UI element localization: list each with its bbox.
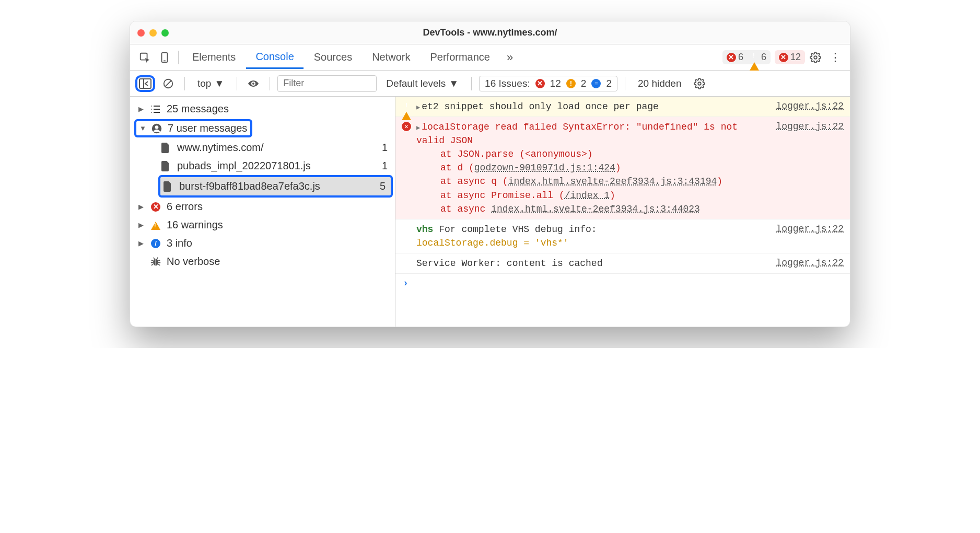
console-body: ▶ 25 messages ▼ 7 user messages xyxy=(130,97,850,327)
message-source-link[interactable]: logger.js:22 xyxy=(776,223,844,234)
issue-error-icon: ✕ xyxy=(535,79,545,88)
kebab-menu-icon[interactable]: ⋮ xyxy=(826,48,845,67)
errors-label: 6 errors xyxy=(167,201,389,213)
issue-message-count: 2 xyxy=(606,78,612,89)
chevron-down-icon: ▼ xyxy=(449,78,459,89)
caret-right-icon: ▶ xyxy=(138,203,145,211)
verbose-label: No verbose xyxy=(167,256,389,268)
sidebar-file-item[interactable]: www.nytimes.com/ 1 xyxy=(158,138,393,157)
file-count: 1 xyxy=(382,160,388,172)
message-tag: vhs xyxy=(416,224,433,235)
header-warning-count: 6 xyxy=(761,52,766,63)
prompt-caret-icon: › xyxy=(403,278,409,288)
more-tabs-icon[interactable]: » xyxy=(500,48,519,67)
console-message-log[interactable]: vhs For complete VHS debug info: localSt… xyxy=(395,219,850,253)
header-extra-badge[interactable]: ✕ 12 xyxy=(775,50,805,64)
stack-suffix: ) xyxy=(615,163,621,173)
message-text: Service Worker: content is cached xyxy=(416,258,602,269)
header-extra-count: 12 xyxy=(790,52,801,63)
error-icon: ✕ xyxy=(779,53,788,62)
tab-console[interactable]: Console xyxy=(246,45,303,69)
divider xyxy=(471,77,472,90)
svg-line-7 xyxy=(166,80,171,86)
list-icon xyxy=(150,105,161,113)
divider xyxy=(270,77,270,90)
main-tabbar: Elements Console Sources Network Perform… xyxy=(130,44,850,71)
context-selector[interactable]: top ▼ xyxy=(192,76,229,91)
sidebar-item-errors[interactable]: ▶ ✕ 6 errors xyxy=(134,198,393,216)
hidden-count[interactable]: 20 hidden xyxy=(633,76,686,91)
error-icon: ✕ xyxy=(727,53,736,62)
settings-icon[interactable] xyxy=(806,48,825,67)
tab-sources[interactable]: Sources xyxy=(305,46,361,68)
log-levels-selector[interactable]: Default levels ▼ xyxy=(381,76,464,91)
sidebar-file-item[interactable]: pubads_impl_2022071801.js 1 xyxy=(158,157,393,175)
toggle-sidebar-button[interactable] xyxy=(135,75,155,92)
message-text: For complete VHS debug info: xyxy=(439,224,597,235)
issues-summary[interactable]: 16 Issues: ✕ 12 ! 2 ≡ 2 xyxy=(479,76,617,91)
sidebar-item-verbose[interactable]: No verbose xyxy=(134,252,393,271)
divider xyxy=(237,77,237,90)
issue-warning-count: 2 xyxy=(581,78,587,89)
warning-icon xyxy=(750,52,759,63)
tab-network[interactable]: Network xyxy=(363,46,419,68)
file-count: 5 xyxy=(380,180,386,192)
console-prompt[interactable]: › xyxy=(395,274,850,293)
info-label: 3 info xyxy=(167,237,389,249)
sidebar-file-item[interactable]: burst-f9baff81bad8ea7efa3c.js 5 xyxy=(158,175,393,198)
stack-prefix: at d ( xyxy=(440,163,474,173)
console-message-error[interactable]: ✕ ▶localStorage read failed SyntaxError:… xyxy=(395,117,850,219)
divider xyxy=(625,77,625,90)
file-icon xyxy=(164,181,174,192)
tab-elements[interactable]: Elements xyxy=(183,46,245,68)
caret-right-icon: ▶ xyxy=(138,105,145,113)
clear-console-icon[interactable] xyxy=(159,75,177,92)
issue-error-count: 12 xyxy=(550,78,561,89)
console-toolbar: top ▼ Default levels ▼ 16 Issues: ✕ 12 !… xyxy=(130,71,850,97)
inspect-element-icon[interactable] xyxy=(135,48,154,67)
stack-link[interactable]: index.html.svelte-2eef3934.js:3:44023 xyxy=(491,204,700,214)
warning-icon xyxy=(402,100,411,112)
sidebar-item-warnings[interactable]: ▶ 16 warnings xyxy=(134,216,393,234)
error-icon: ✕ xyxy=(402,120,411,131)
header-badges: ✕ 6 6 ✕ 12 xyxy=(722,50,805,64)
user-messages-children: www.nytimes.com/ 1 pubads_impl_202207180… xyxy=(134,138,393,198)
console-message-log[interactable]: Service Worker: content is cached logger… xyxy=(395,253,850,274)
sidebar-item-user-messages[interactable]: ▼ 7 user messages xyxy=(134,119,252,137)
message-source-link[interactable]: logger.js:22 xyxy=(776,100,844,111)
sidebar-item-messages[interactable]: ▶ 25 messages xyxy=(134,100,393,118)
error-icon: ✕ xyxy=(150,202,161,212)
spacer-icon xyxy=(402,257,411,258)
console-settings-icon[interactable] xyxy=(691,75,708,92)
message-source-link[interactable]: logger.js:22 xyxy=(776,257,844,268)
stack-link[interactable]: godzown-9010971d.js:1:424 xyxy=(474,163,615,173)
stack-link[interactable]: /index 1 xyxy=(565,190,610,201)
divider xyxy=(178,51,179,64)
message-code: localStorage.debug = 'vhs*' xyxy=(416,238,569,248)
info-icon: i xyxy=(150,239,161,248)
hidden-label: 20 hidden xyxy=(638,78,681,89)
live-expression-icon[interactable] xyxy=(244,75,262,92)
window-title: DevTools - www.nytimes.com/ xyxy=(130,27,850,38)
expand-caret-icon[interactable]: ▶ xyxy=(416,104,422,111)
issues-label: 16 Issues: xyxy=(485,78,530,89)
header-error-count: 6 xyxy=(738,52,743,63)
console-message-warning[interactable]: ▶et2 snippet should only load once per p… xyxy=(395,97,850,117)
console-sidebar: ▶ 25 messages ▼ 7 user messages xyxy=(130,97,395,327)
bug-icon xyxy=(150,257,161,267)
file-name: pubads_impl_2022071801.js xyxy=(177,160,377,172)
sidebar-item-info[interactable]: ▶ i 3 info xyxy=(134,234,393,252)
message-source-link[interactable]: logger.js:22 xyxy=(776,120,844,132)
svg-point-3 xyxy=(814,56,817,59)
stack-prefix: at async Promise.all ( xyxy=(440,190,565,201)
warnings-label: 16 warnings xyxy=(167,219,389,231)
message-text: et2 snippet should only load once per pa… xyxy=(422,101,659,112)
header-error-warn-badge[interactable]: ✕ 6 6 xyxy=(722,50,771,64)
expand-caret-icon[interactable]: ▶ xyxy=(416,124,422,132)
device-toggle-icon[interactable] xyxy=(155,48,174,67)
tab-performance[interactable]: Performance xyxy=(421,46,500,68)
user-icon xyxy=(151,123,162,134)
caret-right-icon: ▶ xyxy=(138,239,145,247)
stack-link[interactable]: index.html.svelte-2eef3934.js:3:43194 xyxy=(508,176,717,187)
filter-input[interactable] xyxy=(277,75,377,92)
